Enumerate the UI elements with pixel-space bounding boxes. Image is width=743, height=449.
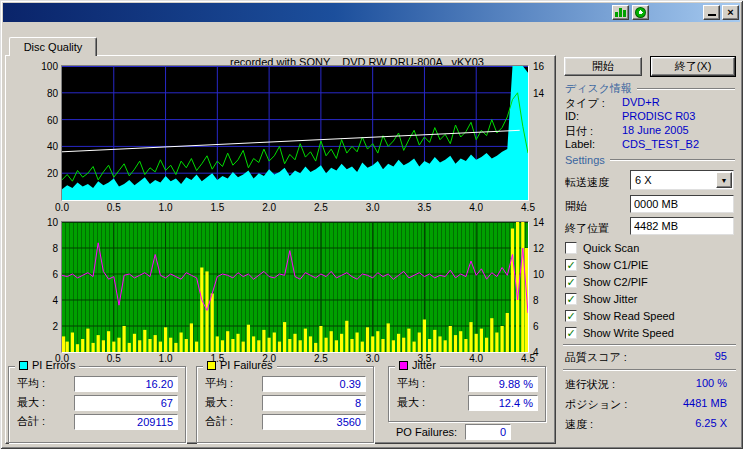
checkbox-label: Show Write Speed — [583, 327, 674, 339]
checkbox-box[interactable]: ✓ — [565, 310, 577, 322]
quality-score-row: 品質スコア : 95 — [565, 350, 735, 363]
po-failures-value: 0 — [465, 424, 511, 440]
checkbox-label: Show C2/PIF — [583, 276, 648, 288]
transfer-speed-label: 転送速度 — [565, 175, 609, 190]
tab-disc-quality[interactable]: Disc Quality — [9, 37, 97, 56]
pi-failures-title: PI Failures — [220, 359, 273, 371]
checkbox-show-jitter[interactable]: ✓Show Jitter — [565, 290, 737, 307]
field-label: Label: — [565, 138, 595, 150]
stat-value: 8 — [262, 395, 366, 411]
quality-score-label: 品質スコア : — [565, 350, 627, 365]
progress-value: 100 % — [696, 377, 727, 389]
titlebar-icon-button-2[interactable] — [632, 5, 649, 20]
separator — [563, 369, 736, 371]
checkbox-label: Quick Scan — [583, 242, 639, 254]
transfer-speed-value: 6 X — [631, 174, 716, 186]
bottom-chart-plot — [61, 221, 529, 353]
separator-line — [637, 88, 735, 90]
stat-label: 平均 : — [397, 376, 425, 391]
stat-value: 3560 — [262, 414, 366, 430]
stat-label: 最大 : — [205, 395, 233, 410]
pi-errors-legend: PI Errors — [15, 359, 79, 371]
checkbox-label: Show C1/PIE — [583, 259, 648, 271]
start-position-label: 開始 — [565, 199, 587, 214]
checkbox-box[interactable] — [565, 242, 577, 254]
field-value: 18 June 2005 — [622, 124, 689, 136]
exit-button-label: 終了(X) — [675, 60, 712, 72]
pi-errors-title: PI Errors — [32, 359, 75, 371]
stat-label: 最大 : — [397, 395, 425, 410]
checkbox-show-write-speed[interactable]: ✓Show Write Speed — [565, 324, 737, 341]
close-icon: × — [727, 6, 733, 19]
checkbox-show-read-speed[interactable]: ✓Show Read Speed — [565, 307, 737, 324]
checkbox-label: Show Read Speed — [583, 310, 675, 322]
separator-line — [610, 159, 735, 161]
end-position-input[interactable] — [630, 217, 734, 235]
top-chart — [62, 66, 528, 200]
bottom-chart — [62, 222, 528, 352]
checkbox-show-c2-pif[interactable]: ✓Show C2/PIF — [565, 273, 737, 290]
field-label: 日付 : — [565, 124, 593, 139]
start-position-input[interactable] — [630, 195, 734, 213]
field-value: PRODISC R03 — [622, 110, 695, 122]
pi-errors-color-swatch — [19, 361, 28, 370]
stat-row: 平均 : 16.20 — [17, 375, 178, 392]
checkbox-box[interactable]: ✓ — [565, 276, 577, 288]
start-button-label: 開始 — [592, 60, 614, 72]
field-value: CDS_TEST_B2 — [622, 138, 699, 150]
speed-value: 6.25 X — [695, 417, 727, 429]
checkbox-quick-scan[interactable]: Quick Scan — [565, 239, 737, 256]
transfer-speed-select[interactable]: 6 X ▼ — [630, 170, 734, 190]
title-bar: CD Speed : Disc Quality Test - BENQ DVD … — [3, 3, 740, 22]
pi-failures-color-swatch — [207, 361, 216, 370]
stat-label: 平均 : — [17, 376, 45, 391]
end-position-label: 終了位置 — [565, 221, 609, 236]
stat-value: 67 — [74, 395, 178, 411]
checkbox-show-c1-pie[interactable]: ✓Show C1/PIE — [565, 256, 737, 273]
checkbox-box[interactable]: ✓ — [565, 327, 577, 339]
field-value: DVD+R — [622, 96, 660, 108]
titlebar-icon-button-1[interactable] — [612, 5, 629, 20]
stat-value: 209115 — [74, 414, 178, 430]
stat-value: 16.20 — [74, 376, 178, 392]
stat-row: 合計 : 209115 — [17, 413, 178, 430]
po-failures-label: PO Failures: — [396, 426, 457, 438]
close-button[interactable]: × — [722, 5, 739, 20]
checkbox-box[interactable]: ✓ — [565, 293, 577, 305]
position-value: 4481 MB — [683, 397, 727, 409]
pi-failures-group: PI Failures 平均 : 0.39 最大 : 8 合計 : 3560 — [196, 366, 374, 443]
combo-dropdown-button[interactable]: ▼ — [716, 172, 732, 188]
jitter-legend: Jitter — [395, 359, 440, 371]
stat-value: 0.39 — [262, 376, 366, 392]
stat-row: 平均 : 9.88 % — [397, 375, 538, 392]
pi-errors-group: PI Errors 平均 : 16.20 最大 : 67 合計 : 209115 — [8, 366, 186, 443]
stat-value: 12.4 % — [468, 395, 538, 411]
settings-header: Settings — [565, 154, 735, 166]
stat-label: 平均 : — [205, 376, 233, 391]
stat-row: 平均 : 0.39 — [205, 375, 366, 392]
progress-row: 進行状況 : 100 % — [565, 377, 735, 390]
jitter-group: Jitter 平均 : 9.88 % 最大 : 12.4 % — [388, 366, 546, 422]
settings-header-label: Settings — [565, 154, 605, 166]
stat-row: 合計 : 3560 — [205, 413, 366, 430]
checkbox-box[interactable]: ✓ — [565, 259, 577, 271]
po-failures-row: PO Failures: 0 — [396, 424, 511, 440]
jitter-title: Jitter — [412, 359, 436, 371]
tab-label: Disc Quality — [24, 41, 83, 53]
quality-score-value: 95 — [715, 350, 727, 362]
exit-button[interactable]: 終了(X) — [651, 57, 735, 76]
speed-row: 速度 : 6.25 X — [565, 417, 735, 430]
jitter-color-swatch — [399, 361, 408, 370]
start-button[interactable]: 開始 — [564, 57, 642, 76]
speed-label: 速度 : — [565, 417, 593, 432]
minimize-button[interactable] — [703, 5, 720, 20]
disc-label-row: Label: CDS_TEST_B2 — [565, 138, 735, 151]
bar-chart-icon — [615, 8, 626, 19]
chevron-down-icon: ▼ — [721, 177, 728, 184]
position-row: ポジション : 4481 MB — [565, 397, 735, 410]
position-label: ポジション : — [565, 397, 627, 412]
top-chart-plot — [61, 65, 529, 201]
separator — [563, 344, 736, 346]
stat-label: 合計 : — [205, 414, 233, 429]
disc-info-header: ディスク情報 — [565, 81, 735, 96]
